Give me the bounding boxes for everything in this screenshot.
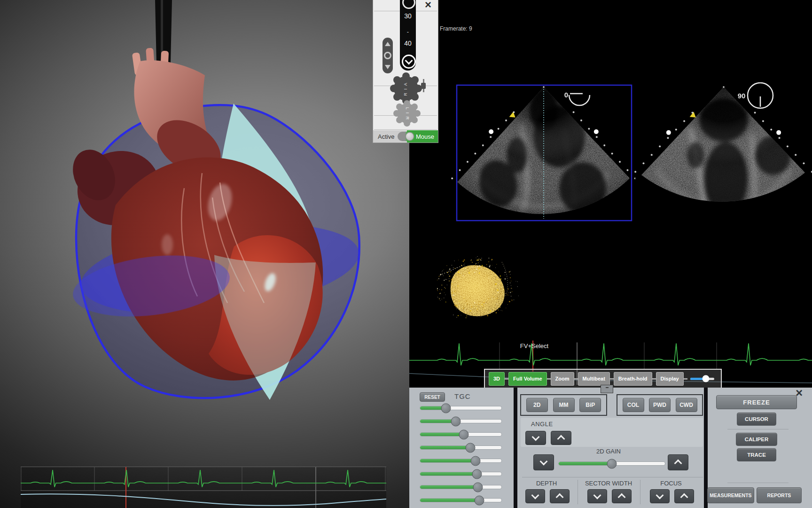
- toolbar-connector: [652, 378, 656, 380]
- rotary-upper-label: R I A: [403, 82, 408, 96]
- stepper-divider: [640, 480, 640, 504]
- toolbar-button-breath-hold[interactable]: Breath-hold: [614, 372, 652, 386]
- depth-tick-40: 40: [400, 40, 416, 47]
- depth-tick-30: 30: [400, 12, 416, 20]
- angle-down-button[interactable]: [525, 431, 546, 445]
- ecg-trace-left: [21, 467, 386, 508]
- stepper-divider: [578, 480, 578, 504]
- framerate-label: Framerate: 9: [440, 25, 472, 32]
- plane1-angle-label: 0: [564, 91, 568, 99]
- tgc-slider[interactable]: [420, 401, 502, 414]
- reports-button[interactable]: REPORTS: [757, 487, 802, 503]
- angle-panel: ANGLE: [521, 418, 703, 447]
- gain-slider[interactable]: [558, 461, 665, 466]
- focus-label: FOCUS: [660, 480, 682, 487]
- tgc-reset-button[interactable]: RESET: [420, 392, 445, 402]
- focus-down-button[interactable]: [650, 489, 670, 503]
- mode-2d-button[interactable]: 2D: [526, 398, 548, 412]
- mode-mm-button[interactable]: MM: [553, 398, 575, 412]
- section-divider: [727, 483, 789, 483]
- probe-nav-control[interactable]: [383, 38, 393, 73]
- acquisition-slider-thumb[interactable]: [702, 375, 709, 382]
- toolbar-button-zoom[interactable]: Zoom: [551, 372, 574, 386]
- toolbar-connector: [574, 378, 578, 380]
- scale-down-icon[interactable]: [402, 55, 416, 69]
- heart-3d-viewport[interactable]: [0, 0, 409, 508]
- toolbar-button-display[interactable]: Display: [656, 372, 684, 386]
- tgc-slider[interactable]: [420, 480, 502, 493]
- mode-bip-button[interactable]: BiP: [579, 398, 601, 412]
- rotary-knob-lower[interactable]: L I R: [393, 100, 421, 127]
- tgc-slider[interactable]: [420, 493, 502, 507]
- nav-center-icon[interactable]: [384, 52, 391, 59]
- sector-width-label: SECTOR WIDTH: [585, 480, 632, 487]
- sector-width-up-button[interactable]: [612, 489, 632, 503]
- gain-slider-thumb[interactable]: [607, 459, 617, 468]
- caliper-button[interactable]: CALIPER: [736, 433, 777, 446]
- mode-pwd-button[interactable]: PWD: [649, 398, 671, 412]
- scale-dash: -: [400, 4, 416, 11]
- section-divider: [727, 429, 789, 429]
- toggle-knob[interactable]: [406, 132, 414, 141]
- mode-cwd-button[interactable]: CWD: [676, 398, 697, 412]
- toolbar-button-3d[interactable]: 3D: [489, 372, 505, 386]
- heart-model[interactable]: [0, 0, 409, 508]
- scale-dash: -: [400, 28, 416, 35]
- acquisition-slider[interactable]: [690, 378, 714, 380]
- gain-up-button[interactable]: [668, 454, 688, 470]
- gain-down-button[interactable]: [533, 454, 554, 470]
- measurements-button[interactable]: MEASUREMENTS: [707, 487, 754, 503]
- plane1-angle-indicator: 0: [564, 91, 590, 105]
- plane2-angle-indicator: 90: [738, 83, 773, 108]
- panel-divider: [514, 388, 517, 508]
- plane2-angle-label: 90: [738, 92, 746, 100]
- ecg-panel-left: [21, 467, 386, 508]
- gain-label: 2D GAIN: [596, 448, 621, 455]
- cursor-button[interactable]: CURSOR: [737, 413, 776, 426]
- ultrasound-plane-2[interactable]: 90: [634, 82, 812, 226]
- rotary-knob-upper[interactable]: R I A: [390, 72, 422, 104]
- tgc-title: TGC: [454, 392, 471, 400]
- tgc-slider[interactable]: [420, 428, 502, 441]
- toolbar-button-multibeat[interactable]: Multibeat: [578, 372, 610, 386]
- tgc-slider[interactable]: [420, 454, 502, 467]
- toolbar-connector: [684, 378, 687, 380]
- sector-width-down-button[interactable]: [587, 489, 607, 503]
- imaging-mode-group: 2D MM BiP: [520, 394, 607, 416]
- depth-scale[interactable]: - 30 - 40: [400, 0, 416, 71]
- tgc-slider[interactable]: [420, 414, 502, 428]
- rotary-lower-label: L I R: [405, 107, 410, 121]
- toolbar-connector: [547, 378, 551, 380]
- depth-up-button[interactable]: [550, 489, 570, 503]
- toolbar-connector: [610, 378, 614, 380]
- nav-down-icon[interactable]: [385, 65, 390, 69]
- panel-grab-tab[interactable]: [601, 385, 613, 393]
- close-icon[interactable]: ×: [425, 0, 431, 12]
- tgc-slider[interactable]: [420, 441, 502, 454]
- probe-tool-panel: × - 30 - 40 R I A: [373, 0, 438, 143]
- toolbar-button-full-volume[interactable]: Full Volume: [508, 372, 547, 386]
- respiration-trace-left: [21, 494, 386, 505]
- mouse-toggle-switch[interactable]: [398, 132, 414, 141]
- doppler-mode-group: COL PWD CWD: [617, 394, 703, 416]
- toolbar-connector: [505, 378, 508, 380]
- focus-up-button[interactable]: [674, 489, 694, 503]
- angle-label: ANGLE: [531, 421, 553, 428]
- mode-col-button[interactable]: COL: [623, 398, 644, 412]
- imaging-control-panel: RESET TGC 2D MM BiP COL PWD CWD ANGLE 2D…: [409, 388, 812, 508]
- depth-down-button[interactable]: [525, 489, 545, 503]
- ecg-marker-label: FV+Select: [520, 342, 549, 349]
- ultrasound-plane-1[interactable]: 0: [451, 82, 635, 223]
- gain-slider-fill: [559, 462, 612, 465]
- tgc-slider[interactable]: [420, 467, 502, 480]
- freeze-button[interactable]: FREEZE: [716, 395, 797, 409]
- acquisition-toolbar-buttons: 3DFull VolumeZoomMultibeatBreath-holdDis…: [489, 372, 684, 386]
- trace-button[interactable]: TRACE: [737, 448, 776, 461]
- tgc-section: RESET TGC: [409, 388, 514, 508]
- tgc-sliders: [420, 401, 502, 507]
- nav-up-icon[interactable]: [385, 42, 390, 46]
- section-divider: [522, 477, 703, 477]
- angle-up-button[interactable]: [551, 431, 571, 445]
- depth-label: DEPTH: [536, 480, 557, 487]
- full-volume-3d-render[interactable]: [437, 256, 522, 322]
